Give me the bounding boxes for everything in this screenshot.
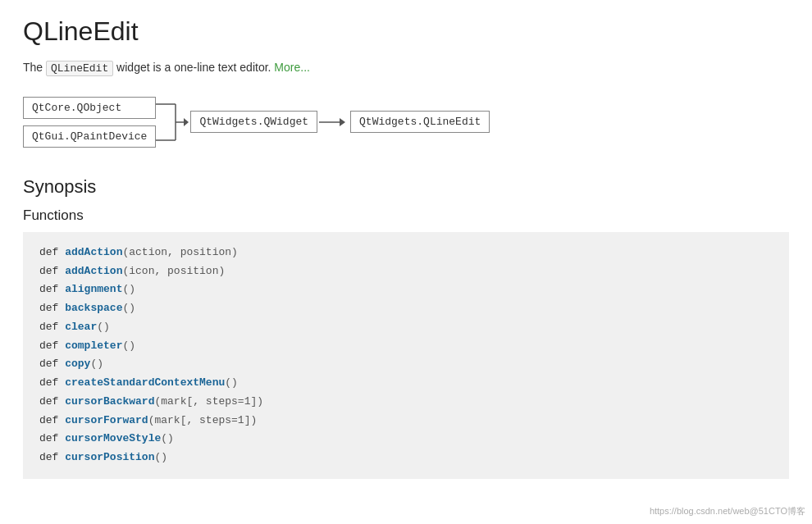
function-row: def createStandardContextMenu(): [39, 374, 773, 393]
def-params: (icon, position): [122, 265, 225, 277]
def-params: (): [122, 283, 135, 295]
def-keyword: def: [39, 246, 65, 258]
def-keyword: def: [39, 339, 65, 352]
function-row: def cursorPosition(): [39, 449, 773, 467]
def-keyword: def: [39, 395, 65, 408]
function-row: def completer(): [39, 337, 773, 356]
def-function-name: cursorBackward: [65, 395, 154, 408]
functions-code-block: def addAction(action, position)def addAc…: [23, 232, 789, 479]
function-row: def alignment(): [39, 280, 773, 299]
intro-code: QLineEdit: [46, 61, 113, 76]
functions-heading: Functions: [23, 207, 789, 224]
function-row: def clear(): [39, 318, 773, 337]
def-function-name: cursorMoveStyle: [65, 432, 161, 444]
def-keyword: def: [39, 321, 65, 333]
def-function-name: backspace: [65, 302, 122, 314]
def-params: (): [122, 302, 135, 314]
arrow-svg-left: [156, 93, 189, 152]
node-qtcore-qobject: QtCore.QObject: [23, 97, 156, 119]
arrow-svg-middle: [319, 112, 349, 132]
intro-prefix: The: [23, 61, 46, 74]
def-keyword: def: [39, 432, 65, 444]
node-qtwidgets-qlineedit: QtWidgets.QLineEdit: [350, 111, 490, 133]
def-keyword: def: [39, 451, 65, 463]
intro-middle: widget is a one-line text editor.: [113, 61, 274, 74]
def-keyword: def: [39, 283, 65, 295]
function-row: def addAction(action, position): [39, 244, 773, 262]
function-row: def copy(): [39, 355, 773, 374]
def-function-name: addAction: [65, 265, 122, 277]
function-row: def cursorBackward(mark[, steps=1]): [39, 393, 773, 412]
def-function-name: cursorPosition: [65, 451, 154, 463]
inheritance-diagram: QtCore.QObject QtGui.QPaintDevice QtWidg…: [23, 93, 789, 152]
def-keyword: def: [39, 358, 65, 370]
intro-paragraph: The QLineEdit widget is a one-line text …: [23, 58, 789, 78]
inheritance-left-col: QtCore.QObject QtGui.QPaintDevice: [23, 97, 156, 148]
function-row: def cursorForward(mark[, steps=1]): [39, 412, 773, 431]
synopsis-heading: Synopsis: [23, 176, 789, 198]
def-function-name: completer: [65, 339, 122, 352]
def-params: (): [90, 358, 103, 370]
node-qtgui-qpaintdevice: QtGui.QPaintDevice: [23, 125, 156, 148]
svg-marker-6: [340, 118, 345, 126]
def-keyword: def: [39, 302, 65, 314]
def-params: (mark[, steps=1]): [154, 395, 263, 408]
function-row: def cursorMoveStyle(): [39, 430, 773, 449]
def-keyword: def: [39, 265, 65, 277]
def-params: (): [97, 321, 110, 333]
def-params: (): [154, 451, 167, 463]
def-function-name: copy: [65, 358, 90, 370]
function-row: def addAction(icon, position): [39, 262, 773, 281]
def-params: (): [225, 376, 238, 389]
def-params: (): [161, 432, 174, 444]
def-params: (): [122, 339, 135, 352]
def-function-name: cursorForward: [65, 414, 148, 426]
def-function-name: alignment: [65, 283, 122, 295]
def-keyword: def: [39, 414, 65, 426]
def-keyword: def: [39, 376, 65, 389]
arrow-left-to-middle: [156, 93, 189, 152]
function-row: def backspace(): [39, 299, 773, 318]
arrow-middle-to-right: [319, 112, 349, 132]
def-params: (mark[, steps=1]): [148, 414, 258, 426]
def-function-name: addAction: [65, 246, 122, 258]
page-title: QLineEdit: [23, 16, 789, 47]
more-link[interactable]: More...: [274, 61, 310, 74]
svg-marker-4: [184, 118, 189, 126]
node-qtwidgets-qwidget: QtWidgets.QWidget: [190, 111, 317, 133]
def-function-name: createStandardContextMenu: [65, 376, 225, 389]
def-function-name: clear: [65, 321, 97, 333]
def-params: (action, position): [122, 246, 237, 258]
